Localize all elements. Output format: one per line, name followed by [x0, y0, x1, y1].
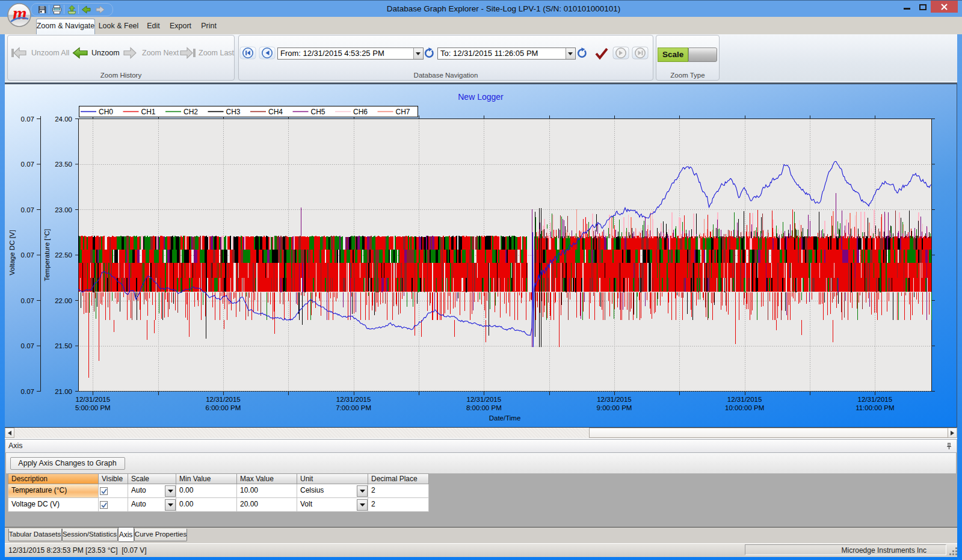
- svg-text:24.00: 24.00: [55, 115, 72, 123]
- svg-text:21.00: 21.00: [55, 388, 72, 395]
- svg-text:12/31/2015: 12/31/2015: [336, 396, 371, 403]
- svg-text:12/31/2015: 12/31/2015: [206, 396, 241, 403]
- svg-text:7:00:00 PM: 7:00:00 PM: [336, 404, 371, 411]
- svg-text:0.07: 0.07: [21, 251, 34, 259]
- svg-text:CH7: CH7: [396, 108, 410, 116]
- svg-text:CH2: CH2: [183, 108, 198, 116]
- svg-text:CH4: CH4: [268, 108, 283, 116]
- svg-text:9:00:00 PM: 9:00:00 PM: [597, 404, 632, 411]
- svg-text:11:00:00 PM: 11:00:00 PM: [856, 404, 894, 411]
- svg-text:23.00: 23.00: [55, 206, 72, 214]
- svg-text:CH3: CH3: [226, 108, 241, 116]
- svg-text:22.00: 22.00: [55, 297, 72, 304]
- svg-text:10:00:00 PM: 10:00:00 PM: [725, 404, 764, 411]
- svg-text:23.50: 23.50: [55, 161, 72, 168]
- svg-text:0.07: 0.07: [21, 342, 34, 349]
- svg-text:0.07: 0.07: [21, 297, 34, 304]
- svg-text:12/31/2015: 12/31/2015: [597, 396, 632, 403]
- svg-text:CH5: CH5: [311, 108, 325, 116]
- svg-text:0.07: 0.07: [21, 161, 34, 168]
- svg-text:0.07: 0.07: [21, 115, 34, 123]
- svg-text:Date/Time: Date/Time: [489, 414, 521, 422]
- svg-text:22.50: 22.50: [55, 251, 72, 259]
- svg-text:12/31/2015: 12/31/2015: [76, 396, 111, 403]
- svg-text:0.07: 0.07: [21, 388, 34, 395]
- svg-text:8:00:00 PM: 8:00:00 PM: [466, 404, 502, 411]
- svg-text:6:00:00 PM: 6:00:00 PM: [206, 404, 241, 411]
- svg-text:CH6: CH6: [353, 108, 368, 116]
- svg-text:5:00:00 PM: 5:00:00 PM: [75, 404, 111, 411]
- svg-text:12/31/2015: 12/31/2015: [858, 396, 893, 403]
- svg-text:CH1: CH1: [141, 108, 156, 116]
- svg-text:New Logger: New Logger: [458, 92, 504, 102]
- svg-text:Temperature [°C]: Temperature [°C]: [43, 229, 51, 281]
- svg-text:0.07: 0.07: [21, 206, 34, 214]
- svg-text:12/31/2015: 12/31/2015: [727, 396, 762, 403]
- svg-text:Voltage DC [V]: Voltage DC [V]: [8, 230, 16, 275]
- svg-text:21.50: 21.50: [55, 342, 72, 349]
- svg-text:CH0: CH0: [99, 108, 113, 116]
- svg-text:12/31/2015: 12/31/2015: [467, 396, 502, 403]
